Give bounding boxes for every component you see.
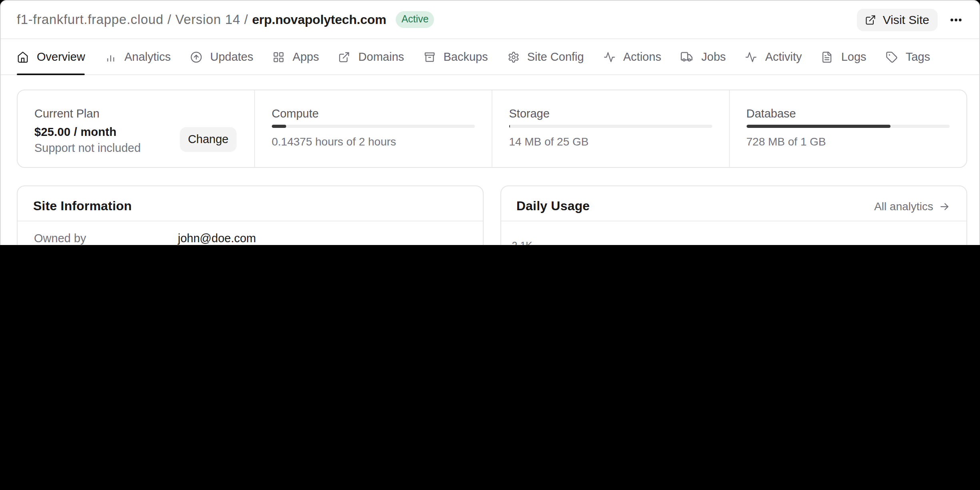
- svg-text:2.1K: 2.1K: [512, 239, 532, 245]
